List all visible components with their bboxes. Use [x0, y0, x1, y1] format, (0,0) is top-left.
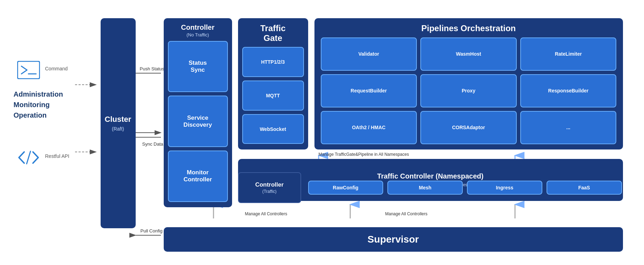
ctrl-item-2: Ingress [467, 181, 542, 195]
pipe-item-4: Proxy [420, 74, 517, 107]
pipelines-title: Pipelines Orchestration [321, 23, 617, 33]
pipe-item-5: ResponseBuilder [520, 74, 617, 107]
traffic-gate-block: Traffic Gate HTTP1/2/3 MQTT WebSocket [238, 18, 308, 149]
ctrl-traffic-items: RawConfig Mesh Ingress FaaS [308, 176, 622, 200]
supervisor-block: Supervisor [164, 227, 623, 252]
pipelines-block: Pipelines Orchestration Validator WasmHo… [314, 18, 623, 149]
command-label: Command [45, 66, 68, 71]
controller-title: Controller [168, 23, 228, 32]
tg-item-0: HTTP1/2/3 [242, 47, 304, 77]
cluster-block: Cluster (Raft) [101, 18, 136, 228]
manage-label-1: Manage TrafficGate&Pipeline in All Names… [319, 152, 409, 157]
svg-line-18 [27, 151, 30, 164]
service-discovery-box: Service Discovery [168, 96, 228, 147]
pull-config-label: Pull Config [141, 228, 163, 233]
admin-title: Administration Monitoring Operation [14, 89, 63, 120]
pipe-item-0: Validator [321, 37, 417, 71]
controller-traffic-subtitle: (Traffic) [262, 189, 277, 194]
status-sync-box: Status Sync [168, 41, 228, 92]
pipe-item-3: RequestBuilder [321, 74, 417, 107]
tg-item-2: WebSocket [242, 114, 304, 144]
monitor-controller-box: Monitor Controller [168, 151, 228, 202]
controller-traffic-block: Controller (Traffic) [238, 172, 301, 203]
sync-data-label: Sync Data [142, 141, 163, 147]
tg-item-1: MQTT [242, 81, 304, 111]
ctrl-item-0: RawConfig [308, 181, 384, 195]
cluster-title: Cluster [105, 115, 131, 124]
manage-all-label-1: Manage All Controllers [245, 211, 287, 216]
svg-rect-16 [18, 61, 40, 79]
ctrl-item-3: FaaS [547, 181, 622, 195]
cluster-subtitle: (Raft) [112, 126, 124, 132]
controller-subtitle: (No Traffic) [168, 32, 228, 37]
supervisor-title: Supervisor [367, 234, 419, 245]
ctrl-item-1: Mesh [387, 181, 463, 195]
pipe-item-2: RateLimiter [520, 37, 617, 71]
manage-all-label-2: Manage All Controllers [385, 211, 428, 216]
pipe-item-7: CORSAdaptor [420, 111, 517, 144]
traffic-gate-title: Traffic Gate [242, 23, 304, 44]
pipe-item-6: OAth2 / HMAC [321, 111, 417, 144]
code-icon [17, 148, 40, 167]
controller-no-traffic-block: Controller (No Traffic) Status Sync Serv… [164, 18, 232, 207]
pipe-item-8: ... [520, 111, 617, 144]
controller-traffic-title: Controller [255, 181, 284, 188]
terminal-icon [17, 61, 40, 79]
api-label: Restful API [45, 153, 69, 159]
pipe-item-1: WasmHost [420, 37, 517, 71]
push-status-label: Push Status [140, 66, 164, 71]
